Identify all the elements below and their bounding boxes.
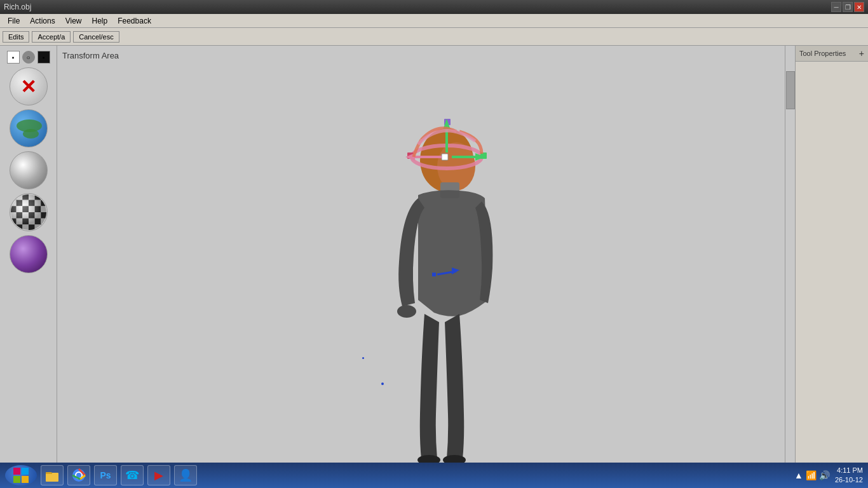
tray-arrow-icon[interactable]: ▲	[794, 470, 803, 480]
viewport-scrollbar[interactable]	[785, 46, 795, 463]
titlebar-controls: ─ ❐ ✕	[831, 2, 864, 12]
toolbar: Edits Accept/a Cancel/esc	[0, 28, 868, 46]
3d-figure	[320, 84, 574, 463]
chrome-icon	[71, 468, 86, 483]
svg-rect-62	[22, 476, 29, 483]
menubar: File Actions View Help Feedback	[0, 14, 868, 28]
right-panel-header: Tool Properties +	[796, 46, 868, 62]
skype-icon: ☎	[125, 468, 139, 482]
start-button[interactable]	[5, 465, 37, 485]
volume-icon[interactable]: 🔊	[819, 470, 830, 480]
purple-sphere[interactable]	[10, 235, 48, 273]
svg-rect-60	[22, 468, 29, 475]
taskbar-app-skype[interactable]: ☎	[121, 465, 144, 485]
svg-point-38	[10, 194, 46, 230]
checker-icon	[10, 193, 47, 231]
right-panel-title: Tool Properties	[799, 50, 846, 57]
sidebar-top-icons: ▪ ○ ▪	[3, 51, 54, 64]
edits-button[interactable]: Edits	[3, 31, 29, 43]
x-icon: ✕	[20, 76, 36, 98]
close-button[interactable]: ✕	[854, 2, 864, 12]
scrollbar-thumb[interactable]	[786, 71, 795, 109]
earth-sphere[interactable]	[10, 109, 48, 147]
taskbar-app-app5[interactable]: ▶	[147, 465, 170, 485]
taskbar-left: Ps ☎ ▶ 👤	[5, 465, 197, 485]
svg-rect-2	[10, 194, 17, 200]
titlebar: Rich.obj ─ ❐ ✕	[0, 0, 868, 14]
app6-icon: 👤	[179, 468, 193, 482]
menu-actions[interactable]: Actions	[25, 15, 60, 27]
right-panel-plus-button[interactable]: +	[859, 48, 864, 58]
continent2-icon	[23, 129, 39, 139]
clock-time: 4:11 PM	[835, 466, 863, 475]
app5-icon: ▶	[154, 468, 163, 482]
svg-rect-63	[46, 473, 58, 482]
window-title: Rich.obj	[4, 3, 31, 11]
taskbar-app-app6[interactable]: 👤	[174, 465, 197, 485]
marble-sphere[interactable]	[10, 151, 48, 189]
taskbar-app-chrome[interactable]	[67, 465, 90, 485]
white-square-icon[interactable]: ▪	[7, 51, 20, 64]
svg-rect-58	[432, 273, 436, 276]
left-sidebar: ▪ ○ ▪ ✕	[0, 46, 57, 463]
x-mark-sphere[interactable]: ✕	[10, 67, 48, 105]
restore-button[interactable]: ❐	[843, 2, 853, 12]
main-area: ▪ ○ ▪ ✕	[0, 46, 868, 463]
taskbar-app-photoshop[interactable]: Ps	[94, 465, 117, 485]
checker-sphere[interactable]	[10, 193, 48, 231]
svg-point-42	[397, 305, 416, 318]
menu-feedback[interactable]: Feedback	[112, 15, 156, 27]
clock[interactable]: 4:11 PM 26-10-12	[835, 466, 863, 485]
network-icon[interactable]: 📶	[806, 470, 817, 480]
svg-rect-61	[13, 476, 20, 483]
cancel-button[interactable]: Cancel/esc	[73, 31, 119, 43]
accept-button[interactable]: Accept/a	[32, 31, 71, 43]
taskbar-right: ▲ 📶 🔊 4:11 PM 26-10-12	[794, 466, 863, 485]
svg-rect-49	[442, 154, 448, 160]
transform-area-label: Transform Area	[62, 51, 119, 60]
svg-rect-7	[41, 194, 47, 200]
svg-rect-32	[10, 224, 17, 231]
gray-circle-icon[interactable]: ○	[22, 51, 35, 64]
taskbar: Ps ☎ ▶ 👤 ▲ 📶 🔊 4:11 PM 26-10-12	[0, 463, 868, 488]
blue-dot-2	[362, 357, 364, 359]
blue-dot-1	[381, 383, 384, 385]
viewport[interactable]: Transform Area	[57, 46, 785, 463]
windows-logo-icon	[12, 466, 30, 484]
right-panel: Tool Properties +	[795, 46, 868, 463]
menu-view[interactable]: View	[60, 15, 87, 27]
black-square-icon[interactable]: ▪	[37, 51, 50, 64]
menu-help[interactable]: Help	[87, 15, 113, 27]
ps-icon: Ps	[100, 470, 111, 480]
taskbar-app-explorer[interactable]	[41, 465, 64, 485]
minimize-button[interactable]: ─	[831, 2, 841, 12]
svg-rect-37	[41, 224, 47, 231]
explorer-icon	[44, 468, 60, 483]
svg-rect-59	[13, 468, 20, 475]
clock-date: 26-10-12	[835, 475, 863, 485]
tray-icons: ▲ 📶 🔊	[794, 470, 830, 480]
menu-file[interactable]: File	[3, 15, 25, 27]
